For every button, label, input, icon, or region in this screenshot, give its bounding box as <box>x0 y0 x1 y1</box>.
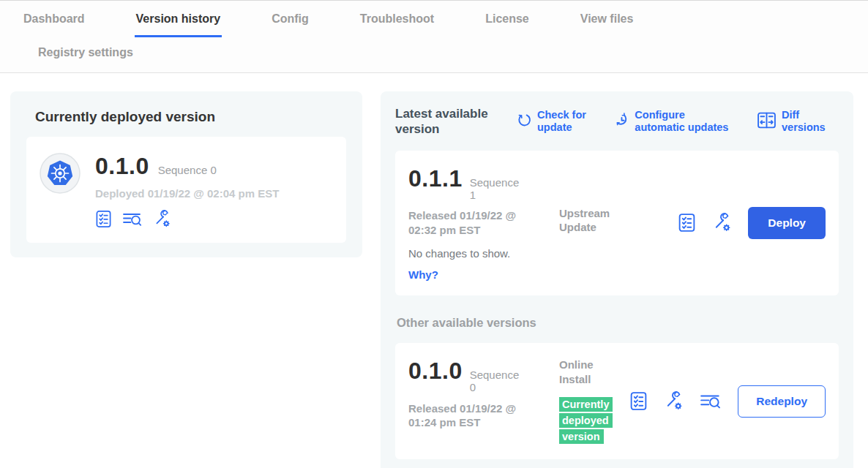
configure-automatic-updates-link[interactable]: Configure automatic updates <box>614 109 732 135</box>
why-link[interactable]: Why? <box>408 268 555 281</box>
other-version-info: 0.1.0 Sequence 0 Released 01/19/22 @ 01:… <box>408 358 555 430</box>
other-sequence-label: Sequence 0 <box>470 369 521 394</box>
diff-icon <box>757 111 777 132</box>
latest-sequence-label: Sequence 1 <box>470 176 521 202</box>
latest-available-header: Latest available version Check for updat… <box>395 106 839 137</box>
file-search-icon[interactable] <box>122 211 143 228</box>
latest-version-info: 0.1.1 Sequence 1 Released 01/19/22 @ 02:… <box>408 165 555 282</box>
tab-troubleshoot[interactable]: Troubleshoot <box>359 11 435 37</box>
main-content: Currently deployed version 0.1.0 Sequenc… <box>0 73 868 468</box>
currently-deployed-card: 0.1.0 Sequence 0 Deployed 01/19/22 @ 02:… <box>26 137 346 243</box>
other-version-card: 0.1.0 Sequence 0 Released 01/19/22 @ 01:… <box>395 343 839 459</box>
version-actions: Check for update Configure automatic upd… <box>517 109 839 135</box>
wrench-gear-icon[interactable] <box>153 210 171 228</box>
other-version-source-col: Online Install Currently deployed versio… <box>559 358 626 445</box>
currently-deployed-info: 0.1.0 Sequence 0 Deployed 01/19/22 @ 02:… <box>95 153 279 228</box>
tab-config[interactable]: Config <box>270 11 310 37</box>
refresh-icon <box>517 113 532 131</box>
currently-deployed-badge: Currently deployed version <box>559 397 613 444</box>
nav-row-2: Registry settings <box>0 37 868 72</box>
checklist-icon[interactable] <box>95 210 112 228</box>
latest-version-card: 0.1.1 Sequence 1 Released 01/19/22 @ 02:… <box>395 151 839 296</box>
main-nav: Dashboard Version history Config Trouble… <box>0 0 868 73</box>
nav-row-1: Dashboard Version history Config Trouble… <box>0 11 868 37</box>
tab-dashboard[interactable]: Dashboard <box>22 11 86 37</box>
deploy-button[interactable]: Deploy <box>748 207 826 239</box>
latest-version-source: Upstream Update <box>559 165 626 235</box>
latest-available-title: Latest available version <box>395 106 499 137</box>
other-versions-heading: Other available versions <box>397 316 839 330</box>
file-search-icon[interactable] <box>700 392 722 411</box>
no-changes-text: No changes to show. <box>408 247 555 260</box>
wrench-gear-icon[interactable] <box>712 213 732 233</box>
other-version-number: 0.1.0 <box>408 358 463 385</box>
diff-versions-link[interactable]: Diff versions <box>757 109 837 135</box>
tab-license[interactable]: License <box>484 11 531 37</box>
other-version-controls: Redeploy <box>629 385 826 418</box>
tab-registry-settings[interactable]: Registry settings <box>38 46 133 58</box>
deployed-version-number: 0.1.0 <box>95 153 149 180</box>
configure-automatic-updates-label: Configure automatic updates <box>635 109 732 135</box>
checklist-icon[interactable] <box>678 213 696 233</box>
other-released-timestamp: Released 01/19/22 @ 01:24 pm EST <box>408 401 534 430</box>
currently-deployed-badge-wrap: Currently deployed version <box>559 396 621 445</box>
check-for-update-label: Check for update <box>537 109 589 135</box>
currently-deployed-title: Currently deployed version <box>35 109 337 125</box>
redeploy-button[interactable]: Redeploy <box>738 385 826 418</box>
other-version-source: Online Install <box>559 358 626 386</box>
tab-version-history[interactable]: Version history <box>135 11 222 37</box>
latest-released-timestamp: Released 01/19/22 @ 02:32 pm EST <box>408 208 534 237</box>
available-versions-panel: Latest available version Check for updat… <box>381 91 853 468</box>
deployed-timestamp: Deployed 01/19/22 @ 02:04 pm EST <box>95 187 279 200</box>
check-for-update-link[interactable]: Check for update <box>517 109 589 135</box>
auto-update-icon <box>614 113 629 131</box>
kubernetes-logo-icon <box>40 153 81 194</box>
latest-version-number: 0.1.1 <box>408 165 463 192</box>
diff-versions-label: Diff versions <box>782 109 837 135</box>
currently-deployed-panel: Currently deployed version 0.1.0 Sequenc… <box>10 91 362 257</box>
checklist-icon[interactable] <box>629 391 648 411</box>
latest-version-controls: Deploy <box>678 207 826 239</box>
wrench-gear-icon[interactable] <box>664 391 684 411</box>
tab-view-files[interactable]: View files <box>579 11 635 37</box>
deployed-sequence-label: Sequence 0 <box>158 164 217 176</box>
